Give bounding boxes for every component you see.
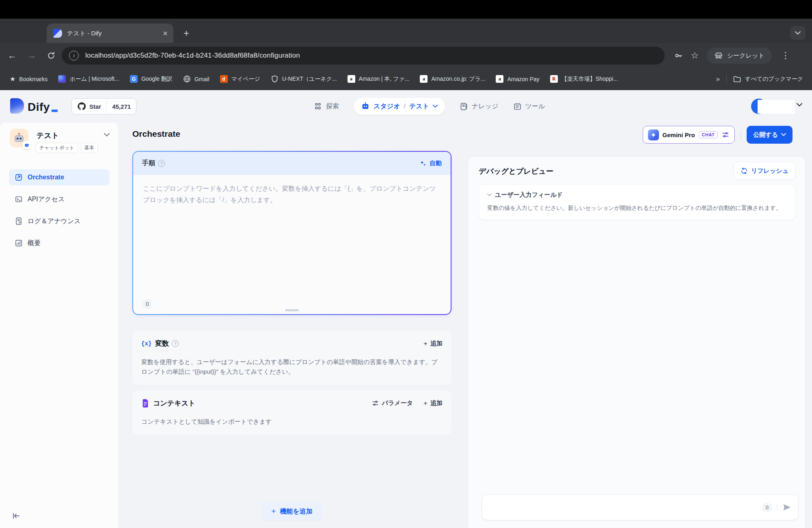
redacted-username <box>758 100 795 114</box>
nav-knowledge[interactable]: ナレッジ <box>460 102 499 111</box>
incognito-label: シークレット <box>727 52 764 60</box>
bookmark-item[interactable]: Gmail <box>183 75 209 83</box>
all-bookmarks-button[interactable]: すべてのブックマーク <box>733 75 803 83</box>
bookmark-label: マイページ <box>231 75 260 83</box>
auto-generate-button[interactable]: 自動 <box>419 159 442 167</box>
key-icon <box>674 51 683 60</box>
chat-input[interactable]: 0 <box>482 494 799 520</box>
divider <box>726 75 727 84</box>
sidebar-item-orchestrate[interactable]: Orchestrate <box>9 169 110 185</box>
chevron-down-icon <box>795 31 801 35</box>
tab-title: テスト - Dify <box>67 30 163 37</box>
bookmarks-overflow-button[interactable]: » <box>716 75 720 83</box>
browser-menu-button[interactable]: ⋮ <box>777 47 794 64</box>
sidebar-item-label: ログ＆アナウンス <box>28 217 81 226</box>
chevron-down-icon <box>487 194 492 196</box>
explore-icon <box>313 102 322 111</box>
site-info-icon[interactable]: i <box>69 51 79 60</box>
github-icon <box>77 102 86 111</box>
bookmark-item[interactable]: a Amazon Pay <box>496 75 539 83</box>
chevron-down-icon[interactable] <box>104 133 110 137</box>
nav-tools[interactable]: ツール <box>513 102 545 111</box>
plus-icon: + <box>423 340 428 348</box>
sparkles-icon <box>419 160 427 167</box>
prompt-editor[interactable]: ここにプロンプトワードを入力してください。変数を挿入するには「{」を、プロンプト… <box>133 175 451 214</box>
sidebar-item-label: 概要 <box>28 239 41 248</box>
user-inputs-header[interactable]: ユーザー入力フィールド <box>487 191 787 199</box>
bookmark-item[interactable]: a Amazon | 本, ファ... <box>348 75 410 83</box>
browser-toolbar: ← → i localhost/app/d3c5d2fb-70eb-4c1d-b… <box>0 43 812 68</box>
variables-section: {x} 変数 ? + 追加 変数を使用すると、ユーザーはフォームに入力する際にプ… <box>132 331 451 385</box>
bookmark-star-button[interactable]: ☆ <box>687 47 703 64</box>
divider <box>741 130 741 139</box>
bookmark-item[interactable]: ★ Bookmarks <box>10 75 48 83</box>
model-toolbar: Gemini Pro CHAT 公開する <box>643 126 793 144</box>
refresh-icon <box>741 167 748 175</box>
bookmark-item[interactable]: ホーム | Microsoft... <box>58 75 119 83</box>
variables-description: 変数を使用すると、ユーザーはフォームに入力する際にプロンプトの単語や開始の言葉を… <box>132 348 451 385</box>
help-icon[interactable]: ? <box>158 160 165 167</box>
bookmark-item[interactable]: d マイページ <box>220 75 260 83</box>
forward-button[interactable]: → <box>24 47 40 64</box>
bar-chart-icon <box>14 239 23 248</box>
bookmark-item[interactable]: R 【楽天市場】Shoppi... <box>550 75 618 83</box>
refresh-button[interactable]: リフレッシュ <box>734 162 795 180</box>
sidebar-item-overview[interactable]: 概要 <box>9 235 110 251</box>
resize-handle[interactable] <box>285 309 299 311</box>
app-name[interactable]: テスト <box>37 131 59 140</box>
context-document-icon <box>141 399 149 408</box>
add-label: 追加 <box>430 399 443 407</box>
model-selector-button[interactable]: Gemini Pro CHAT <box>643 126 735 144</box>
plus-icon: + <box>423 399 428 407</box>
app-header: Dify Star 45,271 探索 スタジオ / <box>0 90 812 123</box>
nav-explore-label: 探索 <box>326 102 339 111</box>
add-context-button[interactable]: + 追加 <box>423 399 443 407</box>
divider <box>777 504 777 511</box>
orchestrate-icon <box>14 173 23 182</box>
plus-icon: + <box>271 507 276 516</box>
send-icon[interactable] <box>782 502 792 512</box>
reload-button[interactable] <box>43 47 59 64</box>
chevron-down-icon <box>797 103 802 107</box>
publish-button[interactable]: 公開する <box>747 126 793 144</box>
nav-studio-active[interactable]: スタジオ / テスト <box>354 98 445 115</box>
browser-tab[interactable]: テスト - Dify × <box>47 24 173 43</box>
bookmark-item[interactable]: a Amazon.co.jp: プラ... <box>420 75 485 83</box>
nav-explore[interactable]: 探索 <box>313 102 339 111</box>
prompt-char-count: 0 <box>142 300 153 308</box>
add-variable-button[interactable]: + 追加 <box>423 340 443 348</box>
dify-logo[interactable]: Dify <box>10 98 58 114</box>
context-params-button[interactable]: パラメータ <box>371 399 413 407</box>
collapse-sidebar-button[interactable] <box>11 511 21 521</box>
app-icon[interactable] <box>10 129 28 147</box>
model-name: Gemini Pro <box>663 131 695 138</box>
address-bar[interactable]: i localhost/app/d3c5d2fb-70eb-4c1d-b241-… <box>62 47 665 65</box>
account-area[interactable] <box>751 90 812 123</box>
back-button[interactable]: ← <box>4 47 20 64</box>
log-file-icon <box>14 217 23 226</box>
bookmark-item[interactable]: G Google 翻訳 <box>130 75 173 83</box>
tab-search-button[interactable] <box>790 26 806 40</box>
bookmark-label: Amazon | 本, ファ... <box>359 75 410 83</box>
password-key-icon[interactable] <box>670 47 687 64</box>
refresh-label: リフレッシュ <box>751 167 788 175</box>
bookmark-item[interactable]: U-NEXT（ユーネク... <box>271 75 337 83</box>
shield-icon <box>271 75 279 83</box>
bookmark-label: Amazon.co.jp: プラ... <box>431 75 485 83</box>
github-star-count: 45,271 <box>112 103 131 110</box>
add-feature-label: 機能を追加 <box>280 507 312 516</box>
sidebar-item-api-access[interactable]: APIアクセス <box>9 191 110 207</box>
dify-logo-icon <box>10 98 24 114</box>
help-icon[interactable]: ? <box>172 340 179 347</box>
dify-logo-text: Dify <box>28 101 50 114</box>
sidebar-item-logs[interactable]: ログ＆アナウンス <box>9 213 110 229</box>
url-text[interactable]: localhost/app/d3c5d2fb-70eb-4c1d-b241-36… <box>85 52 300 60</box>
tab-close-icon[interactable]: × <box>163 29 168 37</box>
bookmark-label: すべてのブックマーク <box>745 75 803 83</box>
new-tab-button[interactable]: + <box>180 27 193 40</box>
add-feature-button[interactable]: + 機能を追加 <box>262 502 321 520</box>
params-sliders-icon <box>371 400 379 407</box>
model-settings-sliders-icon[interactable] <box>721 131 730 138</box>
github-star-widget[interactable]: Star 45,271 <box>71 98 136 114</box>
bookmark-label: U-NEXT（ユーネク... <box>282 75 337 83</box>
